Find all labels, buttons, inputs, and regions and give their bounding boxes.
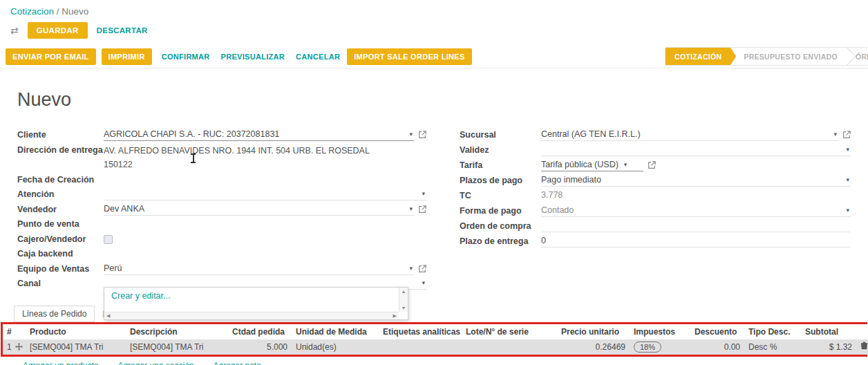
scroll-up-icon[interactable]: ▲ [402, 289, 406, 294]
scroll-down-icon[interactable]: ▼ [402, 306, 406, 310]
producto-cell[interactable]: [SEMQ004] TMA Tri [26, 339, 126, 355]
external-link-icon[interactable] [842, 131, 851, 139]
external-link-icon[interactable] [418, 131, 426, 139]
unidad-medida-cell[interactable]: Unidad(es) [292, 339, 379, 355]
scroll-right-icon[interactable]: ▶ [393, 313, 397, 319]
field-tc: TC 3.778 [460, 189, 851, 205]
field-tarifa: Tarifa Tarifa pública (USD) ▾ [460, 159, 851, 174]
dropdown-caret-icon[interactable]: ▾ [833, 131, 837, 138]
impuestos-cell[interactable]: 18% [630, 339, 690, 355]
create-and-edit-option[interactable]: Crear y editar... [104, 288, 408, 301]
action-toolbar: ENVIAR POR EMAIL IMPRIMIR CONFIRMAR PREV… [0, 45, 868, 68]
field-cajero-vendedor: Cajero/Vendedor [17, 233, 426, 248]
external-link-icon[interactable] [418, 205, 426, 214]
breadcrumb-separator: / [57, 6, 59, 17]
cajero-vendedor-checkbox[interactable] [104, 235, 113, 244]
field-orden-de-compra: Orden de compra [460, 220, 851, 235]
field-label: Dirección de entrega [17, 144, 104, 155]
tab-lineas-de-pedido[interactable]: Líneas de Pedido [14, 306, 95, 322]
field-label: Punto de venta [17, 218, 104, 229]
sucursal-input[interactable]: Central (AG TEN E.I.R.L.) ▾ [541, 129, 838, 141]
punto-de-venta-input[interactable] [104, 218, 426, 230]
fecha-creacion-input[interactable] [104, 174, 426, 186]
field-label: Validez [460, 144, 541, 155]
add-product-link[interactable]: Agregar un producto [23, 361, 98, 365]
direccion-entrega-value[interactable]: AV. ALFREDO BENAVIDES NRO. 1944 INT. 504… [104, 144, 370, 171]
dropdown-caret-icon[interactable]: ▾ [409, 131, 413, 138]
cancel-button[interactable]: CANCELAR [292, 48, 344, 65]
field-forma-de-pago: Forma de pago Contado ▾ [460, 205, 851, 220]
dropdown-caret-icon[interactable]: ▾ [422, 190, 425, 197]
dropdown-caret-icon[interactable]: ▾ [846, 146, 849, 153]
form-right-column: Sucursal Central (AG TEN E.I.R.L.) ▾ Val… [460, 129, 851, 292]
discard-button[interactable]: DESCARTAR [97, 26, 148, 35]
external-link-icon[interactable] [418, 265, 426, 273]
plazo-de-entrega-input[interactable]: 0 [541, 235, 851, 247]
row-index-cell[interactable]: 1 [3, 339, 26, 355]
caja-backend-input[interactable] [104, 247, 426, 260]
field-label: Plazos de pago [460, 174, 541, 185]
vertical-scrollbar[interactable]: ▲▼ [399, 288, 408, 312]
delete-cell[interactable] [856, 339, 868, 355]
orden-de-compra-input[interactable] [541, 220, 851, 232]
annotation-rectangle: # Producto Descripción Ctdad pedida Unid… [1, 322, 867, 357]
descuento-cell[interactable]: 0.00 [690, 339, 744, 355]
status-cotizacion[interactable]: COTIZACIÓN [666, 47, 736, 66]
dropdown-caret-icon[interactable]: ▾ [846, 207, 849, 214]
col-tipo-desc: Tipo Desc. [744, 324, 801, 339]
field-label: Cliente [17, 129, 104, 140]
tarifa-input[interactable]: Tarifa pública (USD) ▾ [541, 159, 643, 171]
field-label: Canal [17, 277, 104, 288]
add-section-link[interactable]: Agregar una sección [117, 361, 194, 365]
atencion-input[interactable]: ▾ [104, 188, 426, 200]
status-presupuesto-enviado[interactable]: PRESUPUESTO ENVIADO [730, 47, 847, 66]
vendedor-input[interactable]: Dev ANKA ▾ [104, 203, 414, 216]
field-label: Orden de compra [460, 220, 541, 231]
add-note-link[interactable]: Agregar nota [213, 361, 261, 365]
col-descuento: Descuento [690, 324, 744, 339]
etiquetas-cell[interactable] [379, 339, 462, 355]
send-email-button[interactable]: ENVIAR POR EMAIL [6, 48, 96, 65]
plazos-de-pago-input[interactable]: Pago inmediato ▾ [541, 174, 851, 187]
import-sale-order-lines-button[interactable]: IMPORT SALE ORDER LINES [347, 48, 471, 65]
dropdown-caret-icon[interactable]: ▾ [409, 205, 413, 212]
table-row[interactable]: 1 [SEMQ004] TMA Tri [SEMQ004] TMA Tri 5.… [3, 339, 868, 355]
descripcion-cell[interactable]: [SEMQ004] TMA Tri [126, 339, 228, 355]
breadcrumb-root-link[interactable]: Cotizacion [10, 6, 54, 17]
swap-arrows-icon[interactable]: ⇄ [10, 25, 19, 36]
preview-button[interactable]: PREVISUALIZAR [217, 48, 290, 65]
dropdown-caret-icon[interactable]: ▾ [422, 279, 425, 286]
field-label: Cajero/Vendedor [17, 233, 104, 244]
field-punto-de-venta: Punto de venta [17, 218, 426, 233]
equipo-de-ventas-input[interactable]: Perú ▾ [104, 263, 414, 275]
print-button[interactable]: IMPRIMIR [102, 48, 152, 65]
form-columns: Cliente AGRICOLA CHAPI S.A. - RUC: 20372… [17, 129, 851, 292]
col-precio-unitario: Precio unitario [557, 324, 630, 339]
col-actions [856, 324, 868, 339]
dropdown-caret-icon[interactable]: ▾ [409, 265, 413, 272]
horizontal-scrollbar[interactable]: ◀▶ [104, 312, 399, 319]
scroll-left-icon[interactable]: ◀ [106, 313, 110, 319]
tax-badge[interactable]: 18% [634, 341, 661, 353]
status-ordenes-de-venta[interactable]: ÓRDENES DE VENTA [847, 47, 868, 66]
breadcrumb: Cotizacion / Nuevo [0, 0, 868, 18]
ctdad-pedida-cell[interactable]: 5.000 [228, 339, 292, 355]
tipo-desc-cell[interactable]: Desc % [744, 339, 801, 355]
add-line-links: Agregar un producto Agregar una sección … [0, 357, 868, 365]
forma-de-pago-input[interactable]: Contado ▾ [541, 205, 851, 217]
save-button[interactable]: GUARDAR [28, 22, 88, 39]
col-lote-serie: Lote/N° de serie [462, 324, 557, 339]
dropdown-caret-icon[interactable]: ▾ [624, 161, 628, 168]
cliente-input[interactable]: AGRICOLA CHAPI S.A. - RUC: 20372081831 ▾ [104, 129, 414, 141]
validez-input[interactable]: ▾ [541, 144, 851, 156]
precio-unitario-cell[interactable]: 0.26469 [557, 339, 630, 355]
field-direccion-entrega: Dirección de entrega AV. ALFREDO BENAVID… [17, 144, 426, 174]
trash-icon[interactable] [860, 342, 868, 352]
col-descripcion: Descripción [126, 324, 228, 339]
col-producto: Producto [26, 324, 126, 339]
dropdown-caret-icon[interactable]: ▾ [846, 176, 849, 183]
external-link-icon[interactable] [648, 161, 656, 169]
lote-serie-cell[interactable] [462, 339, 557, 355]
drag-handle-icon[interactable] [15, 343, 23, 350]
confirm-button[interactable]: CONFIRMAR [158, 48, 214, 65]
